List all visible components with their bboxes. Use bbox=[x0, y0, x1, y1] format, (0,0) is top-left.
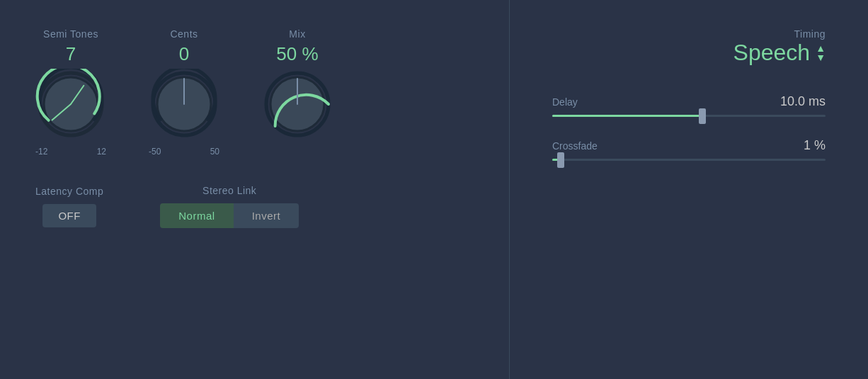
semi-tones-value: 7 bbox=[66, 44, 76, 64]
semi-tones-label: Semi Tones bbox=[43, 28, 98, 40]
stereo-link-group: Stereo Link Normal Invert bbox=[160, 185, 299, 228]
stereo-invert-button[interactable]: Invert bbox=[234, 203, 299, 228]
crossfade-value: 1 % bbox=[804, 138, 826, 153]
delay-header: Delay 10.0 ms bbox=[552, 94, 826, 109]
latency-comp-label: Latency Comp bbox=[35, 186, 103, 197]
delay-track[interactable] bbox=[552, 115, 826, 117]
right-panel: Timing Speech ▲ ▼ Delay 10.0 ms Crossfad… bbox=[510, 0, 868, 379]
mix-knob[interactable] bbox=[262, 69, 333, 140]
latency-comp-button[interactable]: OFF bbox=[42, 204, 96, 227]
delay-thumb[interactable] bbox=[699, 108, 706, 124]
cents-range: -50 50 bbox=[149, 147, 219, 157]
crossfade-section: Crossfade 1 % bbox=[552, 138, 826, 161]
controls-row: Latency Comp OFF Stereo Link Normal Inve… bbox=[35, 185, 474, 228]
stereo-link-buttons: Normal Invert bbox=[160, 203, 299, 228]
semi-tones-knob[interactable] bbox=[35, 69, 106, 140]
crossfade-header: Crossfade 1 % bbox=[552, 138, 826, 153]
mix-group: Mix 50 % bbox=[262, 28, 333, 147]
timing-value: Speech bbox=[733, 40, 811, 66]
delay-fill bbox=[552, 115, 702, 117]
crossfade-thumb[interactable] bbox=[557, 152, 564, 168]
cents-label: Cents bbox=[170, 28, 198, 40]
cents-value: 0 bbox=[179, 44, 189, 64]
knobs-row: Semi Tones 7 bbox=[35, 28, 474, 157]
cents-knob[interactable] bbox=[149, 69, 219, 140]
stereo-link-label: Stereo Link bbox=[202, 185, 256, 196]
crossfade-track[interactable] bbox=[552, 159, 826, 161]
semi-tones-range: -12 12 bbox=[35, 147, 106, 157]
timing-arrows[interactable]: ▲ ▼ bbox=[816, 44, 826, 62]
semi-tones-group: Semi Tones 7 bbox=[35, 28, 106, 157]
delay-value: 10.0 ms bbox=[780, 94, 826, 109]
delay-label: Delay bbox=[552, 96, 578, 108]
timing-section: Timing Speech ▲ ▼ bbox=[552, 28, 826, 66]
stereo-normal-button[interactable]: Normal bbox=[160, 203, 233, 228]
left-panel: Semi Tones 7 bbox=[0, 0, 510, 379]
timing-value-row: Speech ▲ ▼ bbox=[733, 40, 826, 66]
crossfade-label: Crossfade bbox=[552, 140, 598, 152]
mix-label: Mix bbox=[289, 28, 305, 40]
timing-label: Timing bbox=[794, 28, 826, 40]
mix-value: 50 % bbox=[276, 44, 318, 64]
cents-group: Cents 0 -50 50 bbox=[149, 28, 219, 157]
latency-comp-group: Latency Comp OFF bbox=[35, 186, 103, 227]
delay-section: Delay 10.0 ms bbox=[552, 94, 826, 117]
